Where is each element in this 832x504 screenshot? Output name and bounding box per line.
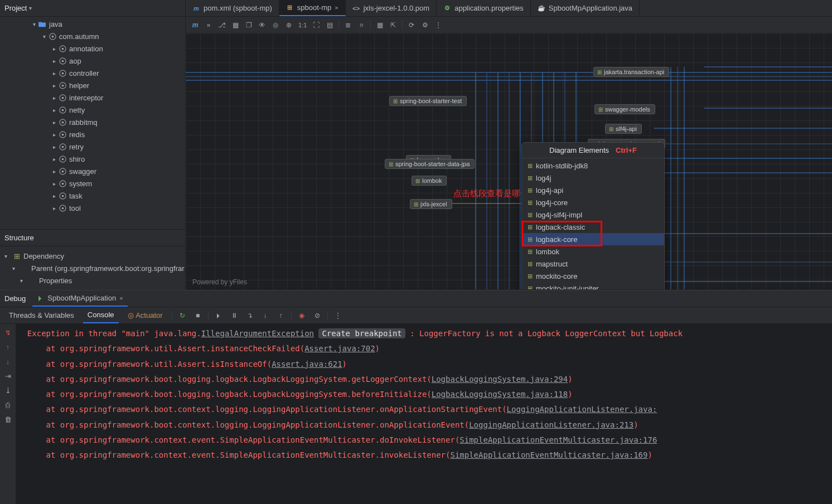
zoom-toolbar-icon[interactable]: ⊕ (283, 19, 295, 31)
tree-arrow-icon[interactable]: ▸ (50, 144, 58, 150)
m-toolbar-icon[interactable]: m (189, 19, 201, 31)
tree-arrow-icon[interactable]: ▸ (50, 168, 58, 175)
tree-arrow-icon[interactable]: ▸ (50, 132, 58, 138)
scroll-to-end-icon[interactable]: ↯ (3, 327, 13, 337)
editor-tab[interactable]: ☕SpbootMpApplication.java (531, 0, 640, 16)
tree-arrow-icon[interactable]: ▸ (50, 156, 58, 162)
diagram-elements-popup[interactable]: Diagram Elements Ctrl+F ⊞kotlin-stdlib-j… (521, 142, 665, 289)
clear-icon[interactable]: 🗑 (3, 414, 13, 424)
popup-list[interactable]: ⊞kotlin-stdlib-jdk8⊞log4j⊞log4j-api⊞log4… (522, 158, 664, 289)
tree-arrow-icon[interactable]: ▸ (50, 58, 58, 64)
editor-tab[interactable]: mpom.xml (spboot-mp) (186, 0, 279, 16)
tree-arrow-icon[interactable]: ▾ (40, 33, 48, 40)
cfg-toolbar-icon[interactable]: ≣ (342, 19, 354, 31)
editor-tab[interactable]: ⚙application.properties (437, 0, 531, 16)
popup-item[interactable]: ⊞log4j (522, 172, 664, 184)
dependency-node[interactable]: ⊞swagger-models (594, 104, 655, 114)
close-icon[interactable]: × (119, 295, 123, 302)
tree-arrow-icon[interactable]: ▸ (50, 46, 58, 52)
dependency-node[interactable]: ⊞jxls-jexcel (410, 199, 452, 209)
tree-item[interactable]: ▸rabbitmq (0, 116, 185, 128)
tree-item[interactable]: ▸retry (0, 140, 185, 153)
popup-item[interactable]: ⊞logback-classic (522, 221, 664, 233)
close-icon[interactable]: × (335, 4, 338, 11)
scroll-icon[interactable]: ⤓ (3, 385, 13, 395)
tree-item[interactable]: ▸redis (0, 128, 185, 140)
structure-row[interactable]: ▾Properties (0, 274, 185, 287)
stack-trace-link[interactable]: Assert.java:621 (272, 360, 342, 369)
dependency-node[interactable]: ⊞lombok (412, 176, 447, 186)
stack-trace-link[interactable]: SimpleApplicationEventMulticaster.java:1… (459, 435, 657, 444)
actuator-tab[interactable]: ◎ Actuator (123, 307, 167, 323)
export-toolbar-icon[interactable]: ⇱ (387, 19, 399, 31)
structure-panel-header[interactable]: Structure (0, 230, 185, 246)
popup-item[interactable]: ⊞logback-core (522, 233, 664, 245)
project-panel-header[interactable]: Project ▾ (0, 0, 185, 17)
popup-item[interactable]: ⊞log4j-slf4j-impl (522, 209, 664, 221)
stack-trace-link[interactable]: LoggingApplicationListener.java: (507, 405, 657, 414)
grid2-toolbar-icon[interactable]: ▤ (323, 19, 336, 31)
rerun-icon[interactable]: ↻ (177, 310, 188, 321)
console-output[interactable]: Exception in thread "main" java.lang.Ill… (16, 324, 832, 504)
tree-arrow-icon[interactable]: ▸ (50, 70, 58, 76)
tree-item[interactable]: ▸aop (0, 55, 185, 67)
tree-item[interactable]: ▸netty (0, 104, 185, 116)
refresh-toolbar-icon[interactable]: ⟳ (405, 19, 418, 31)
project-tree[interactable]: ▾java▾com.autumn▸annotation▸aop▸controll… (0, 17, 185, 229)
diagram-toolbar[interactable]: m»⎇▦❐👁◎⊕1:1⛶▤≣⌗▦⇱⟳⚙⋮ (186, 17, 832, 33)
layout-toolbar-icon[interactable]: ⌗ (355, 19, 367, 31)
popup-item[interactable]: ⊞mockito-junit-jupiter (522, 282, 664, 289)
tree-item[interactable]: ▾java (0, 18, 185, 30)
grid-toolbar-icon[interactable]: ▦ (229, 19, 241, 31)
editor-tab[interactable]: <>jxls-jexcel-1.0.0.pom (346, 0, 437, 16)
tree-item[interactable]: ▾com.autumn (0, 30, 185, 42)
stop-icon[interactable]: ■ (192, 310, 204, 321)
step-out-icon[interactable]: ↑ (275, 310, 287, 321)
print-icon[interactable]: ⎙ (3, 400, 13, 410)
tree-arrow-icon[interactable]: ▾ (30, 21, 38, 27)
structure-row[interactable]: ▾Parent (org.springframework.boot:org.sp… (0, 262, 185, 274)
more-icon[interactable]: ⋮ (332, 310, 344, 321)
stack-trace-link[interactable]: LoggingApplicationListener.java:213 (469, 420, 633, 429)
popup-item[interactable]: ⊞log4j-core (522, 196, 664, 209)
soft-wrap-icon[interactable]: ⇥ (3, 371, 13, 381)
view-breakpoints-icon[interactable]: ◉ (296, 310, 307, 321)
dependency-diagram-canvas[interactable]: ⊞spring-boot-starter-test⊞freemarker⊞spr… (186, 33, 832, 289)
tree-arrow-icon[interactable]: ▾ (12, 265, 20, 272)
editor-tab[interactable]: ⊞spboot-mp× (279, 0, 346, 16)
stack-trace-link[interactable]: LogbackLoggingSystem.java:294 (432, 375, 568, 384)
dependency-node[interactable]: ⊞jakarta.transaction-api (593, 67, 669, 77)
layers-toolbar-icon[interactable]: ❐ (243, 19, 255, 31)
mute-breakpoints-icon[interactable]: ⊘ (312, 310, 323, 321)
tree-item[interactable]: ▸task (0, 190, 185, 202)
tree-item[interactable]: ▸swagger (0, 165, 185, 177)
tree-arrow-icon[interactable]: ▸ (50, 95, 58, 101)
eye-toolbar-icon[interactable]: 👁 (256, 19, 268, 31)
threads-variables-tab[interactable]: Threads & Variables (4, 307, 79, 323)
create-breakpoint-pill[interactable]: Create breakpoint (318, 328, 405, 338)
stack-trace-link[interactable]: Assert.java:702 (304, 344, 375, 353)
resume-icon[interactable]: ⏵ (213, 310, 224, 321)
popup-item[interactable]: ⊞mockito-core (522, 270, 664, 282)
dependency-node[interactable]: ⊞spring-boot-starter-test (389, 96, 467, 106)
tree-arrow-icon[interactable]: ▾ (4, 253, 12, 259)
run-toolbar-icon[interactable]: ▦ (374, 19, 386, 31)
stack-trace-link[interactable]: SimpleApplicationEventMulticaster.java:1… (450, 450, 647, 459)
dependency-node[interactable]: ⊞spring-boot-starter-data-jpa (385, 159, 475, 169)
popup-item[interactable]: ⊞mapstruct (522, 258, 664, 270)
structure-row[interactable]: ▾⊞Dependency (0, 250, 185, 262)
down-icon[interactable]: ↓ (3, 356, 13, 366)
target-toolbar-icon[interactable]: ◎ (269, 19, 282, 31)
popup-item[interactable]: ⊞kotlin-stdlib-jdk8 (522, 159, 664, 172)
step-into-icon[interactable]: ↓ (260, 310, 271, 321)
dependency-node[interactable]: ⊞slf4j-api (605, 124, 642, 134)
tree-item[interactable]: ▸shiro (0, 153, 185, 165)
console-tab[interactable]: Console (83, 307, 119, 323)
run-config-tab[interactable]: ⏵ SpbootMpApplication × (32, 290, 127, 307)
tree-arrow-icon[interactable]: ▸ (50, 205, 58, 211)
gear-toolbar-icon[interactable]: ⚙ (419, 19, 431, 31)
tree-arrow-icon[interactable]: ▸ (50, 107, 58, 113)
popup-item[interactable]: ⊞lombok (522, 245, 664, 258)
pause-icon[interactable]: ⏸ (229, 310, 240, 321)
tree-toolbar-icon[interactable]: ⎇ (216, 19, 228, 31)
